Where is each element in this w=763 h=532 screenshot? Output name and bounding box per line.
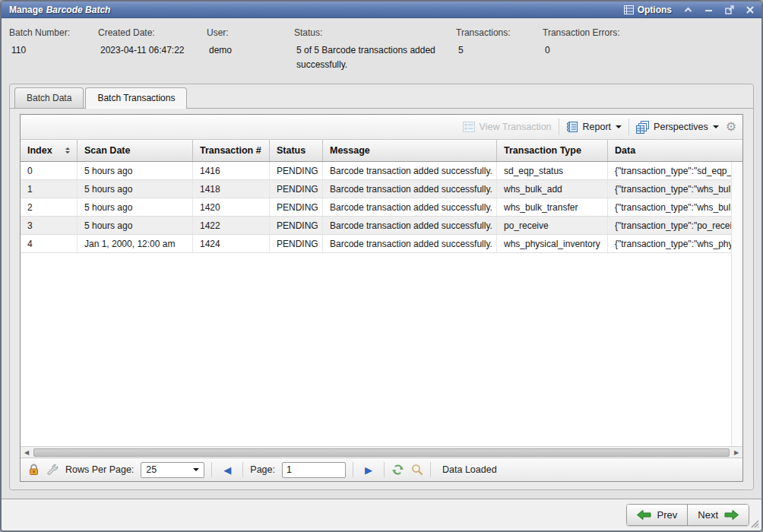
report-icon (566, 121, 578, 133)
prev-label: Prev (657, 509, 678, 521)
table-cell: whs_bulk_transfer (497, 198, 608, 216)
resize-grip[interactable] (750, 519, 759, 528)
column-header-label: Index (27, 145, 52, 156)
table-cell: Barcode transaction added successfully. (323, 162, 497, 179)
table-cell: {"transaction_type":"whs_bulk_add (608, 180, 731, 198)
next-arrow-icon (724, 510, 739, 520)
select-chevron-icon (193, 468, 199, 474)
options-list-icon (624, 5, 634, 14)
column-header[interactable]: Index (21, 140, 78, 161)
scroll-right-icon[interactable]: ▶ (730, 449, 742, 456)
column-header-label: Transaction # (200, 145, 261, 156)
grid-toolbar: View Transaction Report (21, 115, 742, 140)
collapse-button[interactable] (684, 7, 692, 13)
table-row[interactable]: 15 hours ago1418PENDINGBarcode transacti… (21, 180, 731, 198)
lock-icon[interactable] (28, 464, 40, 476)
table-cell: {"transaction_type":"whs_physical (608, 235, 731, 252)
tab-batch-transactions[interactable]: Batch Transactions (85, 87, 187, 109)
header-field-label: Created Date: (98, 27, 207, 38)
table-cell: 1416 (193, 162, 270, 179)
table-row[interactable]: 25 hours ago1420PENDINGBarcode transacti… (21, 198, 731, 217)
column-header-label: Message (330, 145, 370, 156)
column-header-label: Scan Date (84, 145, 130, 156)
table-cell: 1 (21, 180, 78, 198)
search-icon[interactable] (411, 464, 423, 476)
table-cell: PENDING (270, 162, 323, 179)
column-header-label: Transaction Type (504, 145, 581, 156)
footer-gap (2, 490, 761, 499)
grid-pagination-bar: Rows Per Page: 25 ◀ Page: ▶ (21, 458, 742, 481)
header-fields: Batch Number: 110 Created Date: 2023-04-… (2, 18, 761, 84)
footer-separator (353, 462, 353, 477)
next-button[interactable]: Next (687, 505, 749, 525)
toolbar-separator (628, 119, 629, 135)
table-cell: po_receive (497, 217, 608, 234)
header-field: Transaction Errors: 0 (543, 27, 754, 84)
rows-per-page-select[interactable]: 25 (141, 462, 204, 478)
table-row[interactable]: 35 hours ago1422PENDINGBarcode transacti… (21, 217, 731, 235)
table-row[interactable]: 4Jan 1, 2000, 12:00 am1424PENDINGBarcode… (21, 235, 731, 253)
footer-separator (430, 462, 431, 477)
column-header[interactable]: Scan Date (78, 140, 193, 161)
header-field-value: 0 (543, 43, 754, 58)
rows-per-page-label: Rows Per Page: (65, 464, 134, 475)
column-header[interactable]: Transaction # (193, 140, 270, 161)
horizontal-scrollbar[interactable]: ◀ ▶ (21, 446, 742, 458)
table-row[interactable]: 05 hours ago1416PENDINGBarcode transacti… (21, 162, 731, 180)
refresh-icon[interactable] (391, 464, 404, 476)
perspectives-label: Perspectives (654, 122, 708, 132)
table-cell: 5 hours ago (78, 217, 193, 234)
table-cell: 1420 (193, 198, 270, 216)
header-field-value: 110 (9, 43, 98, 58)
perspectives-icon (636, 121, 649, 134)
sort-icon[interactable] (59, 147, 70, 154)
report-button[interactable]: Report (566, 121, 622, 133)
chevron-up-icon (684, 7, 692, 13)
page-number-input[interactable] (282, 462, 346, 478)
column-header[interactable]: Data (608, 140, 742, 161)
window-title-emphasis: Barcode Batch (46, 5, 111, 15)
options-menu-button[interactable]: Options (624, 5, 672, 15)
header-field-value: demo (207, 43, 294, 58)
vertical-scrollbar[interactable] (731, 162, 742, 446)
view-transaction-button[interactable]: View Transaction (463, 122, 552, 132)
next-page-icon[interactable]: ▶ (360, 464, 377, 476)
table-cell: 3 (21, 217, 78, 234)
table-cell: 5 hours ago (78, 198, 193, 216)
header-field: User: demo (207, 27, 294, 84)
header-field-label: Status: (294, 27, 456, 38)
tab-strip: Batch DataBatch Transactions (10, 84, 753, 108)
table-body: 05 hours ago1416PENDINGBarcode transacti… (21, 162, 742, 446)
table-cell: 5 hours ago (78, 162, 193, 179)
prev-button[interactable]: Prev (627, 505, 688, 525)
view-transaction-icon (463, 122, 475, 132)
popout-icon (725, 5, 734, 14)
close-button[interactable] (746, 6, 754, 14)
table-cell: 2 (21, 198, 78, 216)
column-header[interactable]: Message (323, 140, 497, 161)
perspectives-button[interactable]: Perspectives (636, 121, 719, 134)
view-transaction-label: View Transaction (480, 122, 552, 132)
scrollbar-thumb[interactable] (33, 448, 730, 457)
header-field-label: Transaction Errors: (543, 27, 754, 38)
header-field-label: Transactions: (456, 27, 543, 38)
popout-button[interactable] (725, 5, 734, 14)
gear-icon[interactable]: ⚙ (726, 121, 736, 133)
tab-batch-data[interactable]: Batch Data (14, 87, 84, 108)
scroll-left-icon[interactable]: ◀ (21, 449, 33, 456)
column-header[interactable]: Transaction Type (497, 140, 608, 161)
transactions-grid: View Transaction Report (20, 114, 743, 482)
header-field-value: 5 of 5 Barcode transactions added succes… (294, 43, 456, 71)
titlebar[interactable]: ManageBarcode Batch Options (2, 2, 761, 18)
close-icon (746, 6, 754, 14)
column-header-label: Data (615, 145, 635, 156)
table-cell: sd_eqp_status (497, 162, 608, 179)
wrench-icon[interactable] (46, 464, 59, 476)
previous-page-icon[interactable]: ◀ (219, 464, 236, 476)
minimize-button[interactable] (704, 7, 713, 13)
header-field: Batch Number: 110 (9, 27, 98, 84)
header-field-label: User: (207, 27, 294, 38)
column-header[interactable]: Status (270, 140, 323, 161)
column-header-label: Status (277, 145, 306, 156)
options-label: Options (638, 5, 672, 15)
